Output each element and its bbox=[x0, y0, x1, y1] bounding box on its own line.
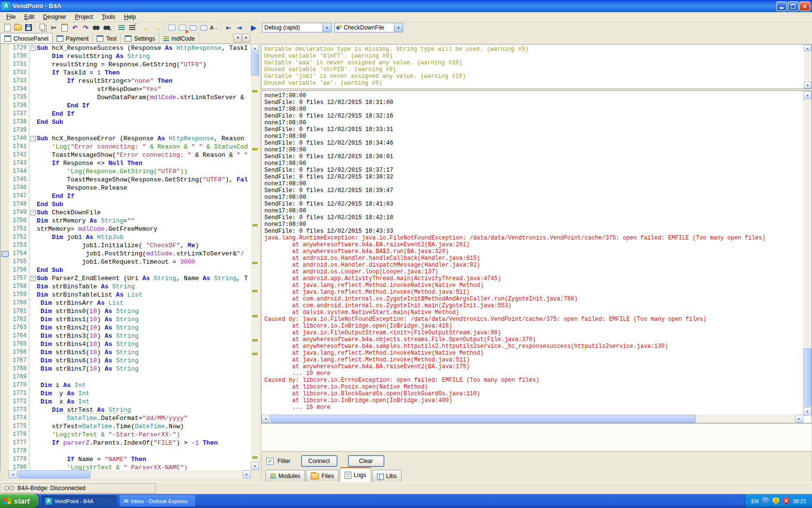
comment-button[interactable] bbox=[188, 23, 198, 32]
revert-format-button[interactable] bbox=[127, 23, 137, 32]
fold-collapse-icon[interactable] bbox=[29, 274, 37, 283]
connect-button[interactable]: Connect bbox=[301, 455, 337, 467]
scrollbar-thumb[interactable] bbox=[271, 415, 696, 423]
tray-collapse-icon[interactable]: ‹ bbox=[762, 497, 769, 505]
scrollbar-thumb[interactable] bbox=[803, 348, 812, 406]
scroll-up-arrow[interactable]: ▲ bbox=[804, 45, 812, 51]
scroll-left-arrow[interactable]: ◄ bbox=[261, 415, 270, 423]
uncomment-button[interactable] bbox=[198, 23, 209, 32]
navigate-back-button[interactable]: ← bbox=[141, 23, 152, 32]
tab-label: Files bbox=[321, 473, 334, 479]
new-file-button[interactable] bbox=[2, 23, 13, 32]
run-icon: ▶ bbox=[251, 24, 257, 31]
taskbar-item-outlook[interactable]: ✉ Inbox - Outlook Express bbox=[120, 495, 195, 507]
line-number: 1772 bbox=[9, 398, 29, 406]
code-text: Dim strBinsTableList As List bbox=[37, 291, 251, 299]
tab-settings[interactable]: Settings bbox=[121, 33, 159, 44]
fold-collapse-icon[interactable] bbox=[29, 134, 37, 143]
menu-tools[interactable]: Tools bbox=[97, 13, 119, 21]
language-indicator[interactable]: EN bbox=[751, 498, 758, 504]
paste-button[interactable] bbox=[59, 23, 70, 32]
redo-button[interactable]: ↷ bbox=[80, 23, 91, 32]
logs-vertical-scrollbar[interactable]: ▲ ▼ bbox=[803, 91, 812, 416]
tab-payment[interactable]: Payment bbox=[53, 33, 93, 44]
menu-project[interactable]: Project bbox=[71, 13, 97, 21]
scroll-down-arrow[interactable]: ▼ bbox=[803, 407, 812, 416]
tab-modules[interactable]: Modules bbox=[265, 470, 305, 482]
start-button[interactable]: start bbox=[0, 494, 39, 508]
warnings-vertical-scrollbar[interactable]: ▲ ▼ bbox=[804, 45, 812, 89]
tab-scroll-right-button[interactable]: ► bbox=[242, 34, 250, 43]
copy-button[interactable] bbox=[38, 23, 48, 32]
editor-horizontal-scrollbar[interactable]: ◄ ► bbox=[9, 470, 251, 478]
scroll-up-arrow[interactable]: ▲ bbox=[251, 44, 259, 52]
close-button[interactable]: ✕ bbox=[799, 1, 810, 11]
navigate-forward-button[interactable]: → bbox=[152, 23, 162, 32]
gutter-margin bbox=[0, 439, 9, 447]
build-configuration-select[interactable]: Debug (rapid) ▼ bbox=[262, 23, 332, 32]
log-line-error: at com.android.internal.os.ZygoteInit.ma… bbox=[264, 302, 800, 309]
line-number: 1742 bbox=[9, 151, 29, 159]
tab-logs[interactable]: Logs bbox=[340, 467, 371, 482]
scroll-up-arrow[interactable]: ▲ bbox=[803, 91, 812, 99]
taskbar-item-vendpoint[interactable]: A VendPoint - B4A bbox=[42, 495, 117, 507]
fold-collapse-icon[interactable] bbox=[29, 209, 37, 217]
undo-button[interactable]: ↶ bbox=[70, 23, 80, 32]
menu-help[interactable]: Help bbox=[119, 13, 140, 21]
menu-designer[interactable]: Designer bbox=[39, 13, 71, 21]
gutter-margin bbox=[0, 134, 9, 143]
chevron-down-icon[interactable]: ▼ bbox=[322, 23, 331, 32]
line-number: 1778 bbox=[9, 447, 29, 455]
code-editor[interactable]: 1729Sub hcX_ResponseSuccess (Response As… bbox=[0, 44, 251, 470]
code-line: 1743 If Response <> Null Then bbox=[0, 159, 251, 167]
cut-button[interactable]: ✂ bbox=[48, 23, 59, 32]
compiler-warnings-list[interactable]: Variable declaration type is missing. St… bbox=[261, 44, 812, 89]
log-output-box[interactable]: none17:08:00SendFile: 0 files 12/02/2015… bbox=[261, 90, 812, 423]
format-code-button[interactable] bbox=[116, 23, 127, 32]
open-button[interactable] bbox=[13, 23, 23, 32]
gutter-margin bbox=[0, 209, 9, 217]
scroll-right-arrow[interactable]: ► bbox=[243, 470, 251, 478]
logs-horizontal-scrollbar[interactable]: ◄ ► bbox=[261, 415, 803, 423]
fold-collapse-icon[interactable] bbox=[29, 44, 37, 52]
gutter-margin bbox=[0, 455, 9, 463]
scroll-down-arrow[interactable]: ▼ bbox=[804, 82, 812, 89]
save-button[interactable] bbox=[23, 23, 34, 32]
restore-button[interactable] bbox=[788, 1, 798, 11]
minimize-button[interactable] bbox=[776, 1, 787, 11]
clear-button[interactable]: Clear bbox=[348, 455, 384, 467]
menu-file[interactable]: File bbox=[2, 13, 20, 21]
line-number: 1731 bbox=[9, 60, 29, 69]
select-region-button[interactable] bbox=[166, 23, 177, 32]
security-alert-shield-icon[interactable]: ✕ bbox=[783, 497, 789, 505]
remove-region-button[interactable]: ✕ bbox=[177, 23, 188, 32]
filter-checkbox[interactable]: ✓ bbox=[266, 458, 274, 465]
tab-test[interactable]: Test bbox=[93, 33, 121, 44]
scroll-left-arrow[interactable]: ◄ bbox=[9, 470, 17, 478]
find-icon bbox=[93, 26, 100, 30]
editor-vertical-scrollbar[interactable]: ▲ ▼ bbox=[251, 44, 259, 470]
tab-choosepanel[interactable]: ChoosePanel bbox=[0, 33, 53, 44]
tab-libs[interactable]: Libs bbox=[372, 470, 402, 482]
scroll-down-arrow[interactable]: ▼ bbox=[251, 462, 259, 470]
log-line-error: at anywheresoftware.b4a.BA$3.run(BA.java… bbox=[264, 248, 800, 255]
log-line: none17:08:00 bbox=[264, 92, 800, 99]
scroll-right-arrow[interactable]: ► bbox=[795, 415, 803, 423]
menu-edit[interactable]: Edit bbox=[20, 13, 39, 21]
code-text: Dim strMemory As String="" bbox=[37, 217, 251, 225]
tab-mdlcode[interactable]: mdlCode bbox=[160, 33, 199, 44]
navigate-sub-select[interactable]: CheckDownFile ▼ bbox=[334, 23, 403, 32]
find-button[interactable] bbox=[91, 23, 102, 32]
scrollbar-thumb[interactable] bbox=[251, 53, 259, 75]
rename-button[interactable]: A→ bbox=[209, 23, 219, 32]
indent-button[interactable]: ⇥ bbox=[234, 23, 245, 32]
tab-scroll-left-button[interactable]: ◄ bbox=[233, 34, 242, 43]
tab-files[interactable]: Files bbox=[306, 470, 338, 482]
find-next-button[interactable]: + bbox=[102, 23, 112, 32]
chevron-down-icon[interactable]: ▼ bbox=[394, 23, 403, 32]
security-warning-shield-icon[interactable]: ! bbox=[772, 497, 779, 505]
scrollbar-thumb[interactable] bbox=[18, 470, 90, 478]
run-button[interactable]: ▶ bbox=[248, 23, 259, 32]
outdent-button[interactable]: ⇤ bbox=[223, 23, 234, 32]
line-number: 1771 bbox=[9, 389, 29, 398]
